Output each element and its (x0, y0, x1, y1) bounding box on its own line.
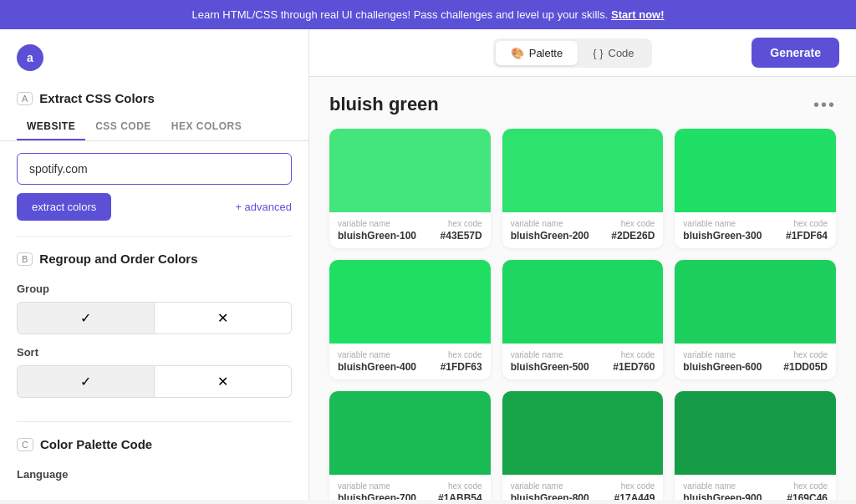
hex-label: hex code (614, 481, 655, 491)
banner-cta[interactable]: Start now! (611, 8, 665, 21)
color-swatch (502, 260, 664, 344)
group-toggle: ✓ ✕ (17, 302, 292, 334)
sort-label: Sort (17, 346, 292, 359)
section-a-badge: A (17, 92, 33, 105)
tab-css-code[interactable]: CSS CODE (85, 114, 161, 140)
sidebar: a A Extract CSS Colors WEBSITE CSS CODE … (0, 29, 309, 500)
var-name: bluishGreen-400 (338, 361, 416, 373)
hex-value: #169C46 (787, 492, 828, 500)
tab-group: WEBSITE CSS CODE HEX COLORS (0, 114, 308, 141)
palette-name: bluish green (329, 94, 439, 115)
hex-value: #1DD05D (783, 361, 828, 373)
color-swatch (502, 129, 664, 212)
section-b-controls: Group ✓ ✕ Sort ✓ ✕ (0, 274, 308, 418)
color-card: variable name bluishGreen-600 hex code #… (675, 260, 836, 379)
advanced-button[interactable]: + advanced (235, 201, 292, 213)
hex-label: hex code (441, 350, 482, 359)
extract-colors-button[interactable]: extract colors (17, 193, 111, 221)
section-a-header: A Extract CSS Colors (0, 79, 308, 114)
section-c-title: Color Palette Code (40, 437, 152, 451)
top-banner: Learn HTML/CSS through real UI challenge… (0, 0, 856, 29)
color-card: variable name bluishGreen-300 hex code #… (675, 129, 836, 248)
tab-website[interactable]: WEBSITE (17, 114, 85, 140)
sort-check-button[interactable]: ✓ (17, 365, 155, 398)
var-name: bluishGreen-100 (338, 230, 416, 242)
var-name: bluishGreen-200 (511, 230, 589, 242)
section-c-header: C Color Palette Code (0, 425, 308, 460)
hex-value: #2DE26D (611, 230, 655, 242)
var-label: variable name (338, 350, 416, 359)
color-swatch (329, 260, 491, 344)
hex-value: #1FDF63 (441, 361, 482, 373)
var-label: variable name (683, 219, 762, 228)
tab-palette[interactable]: 🎨 Palette (496, 41, 578, 65)
hex-label: hex code (787, 481, 828, 491)
color-card: variable name bluishGreen-100 hex code #… (329, 129, 491, 248)
banner-text: Learn HTML/CSS through real UI challenge… (191, 8, 608, 21)
group-cross-button[interactable]: ✕ (155, 302, 292, 334)
hex-label: hex code (441, 219, 482, 228)
divider-1 (17, 236, 292, 237)
color-card: variable name bluishGreen-900 hex code #… (675, 391, 836, 500)
sort-cross-button[interactable]: ✕ (155, 365, 292, 398)
var-name: bluishGreen-900 (683, 492, 762, 500)
section-a-title: Extract CSS Colors (39, 91, 155, 105)
more-options-button[interactable]: ••• (813, 95, 836, 115)
generate-button[interactable]: Generate (752, 38, 839, 68)
url-input-area: extract colors + advanced (0, 141, 308, 232)
hex-label: hex code (783, 350, 828, 359)
group-check-button[interactable]: ✓ (17, 302, 155, 334)
var-label: variable name (338, 481, 416, 491)
var-label: variable name (511, 481, 589, 491)
var-label: variable name (683, 481, 762, 491)
var-name: bluishGreen-300 (683, 230, 762, 242)
main-panel: 🎨 Palette { } Code Generate bluish green… (309, 29, 856, 500)
code-icon: { } (593, 47, 603, 59)
url-input[interactable] (17, 153, 292, 185)
section-c-badge: C (17, 438, 33, 451)
hex-value: #43E57D (441, 230, 482, 242)
color-info: variable name bluishGreen-700 hex code #… (329, 475, 491, 500)
section-b-header: B Regroup and Order Colors (0, 240, 308, 274)
color-swatch (329, 129, 491, 212)
check-icon: ✓ (80, 310, 91, 326)
color-card: variable name bluishGreen-500 hex code #… (502, 260, 664, 379)
var-label: variable name (511, 350, 589, 359)
section-c-controls: Language (0, 460, 308, 496)
cross-icon: ✕ (217, 310, 228, 326)
tab-code[interactable]: { } Code (578, 41, 649, 65)
palette-header: bluish green ••• (329, 94, 836, 115)
code-tab-label: Code (609, 47, 634, 59)
tab-hex-colors[interactable]: HEX COLORS (161, 114, 252, 140)
hex-value: #1FDF64 (786, 230, 828, 242)
palette-tab-label: Palette (529, 47, 563, 59)
palette-icon: 🎨 (511, 47, 524, 59)
divider-2 (17, 421, 292, 422)
color-info: variable name bluishGreen-100 hex code #… (329, 212, 491, 248)
var-label: variable name (683, 350, 762, 359)
hex-label: hex code (613, 350, 655, 359)
var-name: bluishGreen-600 (683, 361, 762, 373)
section-b-badge: B (17, 252, 33, 266)
color-card: variable name bluishGreen-800 hex code #… (502, 391, 664, 500)
var-name: bluishGreen-500 (511, 361, 589, 373)
sort-cross-icon: ✕ (217, 374, 228, 389)
section-b-title: Regroup and Order Colors (39, 252, 197, 266)
sidebar-header: a (0, 29, 308, 79)
toolbar-tabs: 🎨 Palette { } Code (493, 38, 652, 68)
sort-check-icon: ✓ (80, 374, 91, 389)
color-card: variable name bluishGreen-400 hex code #… (329, 260, 491, 379)
color-card: variable name bluishGreen-700 hex code #… (329, 391, 491, 500)
color-swatch (502, 391, 664, 475)
var-label: variable name (338, 219, 416, 228)
hex-label: hex code (786, 219, 828, 228)
hex-value: #1ED760 (613, 361, 655, 373)
input-actions: extract colors + advanced (17, 193, 292, 221)
color-card: variable name bluishGreen-200 hex code #… (502, 129, 664, 248)
color-swatch (675, 260, 836, 344)
color-info: variable name bluishGreen-600 hex code #… (675, 344, 836, 379)
main-toolbar: 🎨 Palette { } Code Generate (309, 29, 856, 77)
hex-label: hex code (611, 219, 655, 228)
color-swatch (675, 129, 836, 212)
color-info: variable name bluishGreen-500 hex code #… (502, 344, 664, 379)
